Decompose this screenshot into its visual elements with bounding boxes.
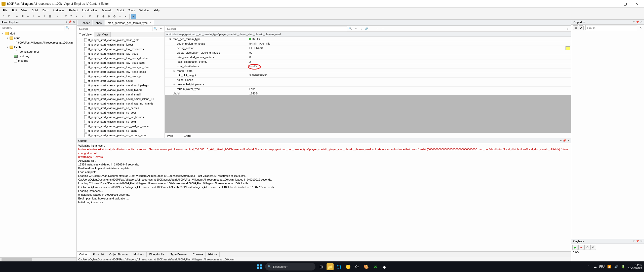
output-close-icon[interactable]: ✕ bbox=[567, 139, 570, 142]
attr-tool-2-icon[interactable]: ↘ bbox=[359, 26, 364, 31]
playback-pin-icon[interactable]: 📌 bbox=[636, 240, 639, 243]
maximize-button[interactable]: ▢ bbox=[619, 0, 631, 8]
file-explorer-icon[interactable]: 📁 bbox=[327, 263, 334, 270]
align-center-icon[interactable]: ≣ bbox=[20, 14, 25, 19]
breadcrumb[interactable]: attributes\map_gen\map_gen_terrain_type\… bbox=[165, 32, 571, 37]
tray-chevron-icon[interactable]: ˄ bbox=[586, 264, 590, 269]
xbox-icon[interactable]: ✖ bbox=[372, 263, 379, 270]
align-right-icon[interactable]: ≡ bbox=[25, 14, 30, 19]
align-bottom-icon[interactable]: ⊥ bbox=[42, 14, 47, 19]
tab-list-view[interactable]: List View bbox=[94, 32, 111, 37]
output-body[interactable]: Validating instances...Instance instance… bbox=[77, 143, 571, 251]
bottom-tab-output[interactable]: Output bbox=[77, 252, 90, 257]
playback-dropdown-icon[interactable]: ▾ bbox=[633, 240, 635, 243]
file-list[interactable]: tt_player_start_classic_plains_close_gol… bbox=[77, 37, 165, 138]
bottom-tab-console[interactable]: Console bbox=[190, 252, 206, 257]
attribute-grid[interactable]: ▣map_gen_terrain_typeIN USEaudio_region_… bbox=[165, 37, 571, 95]
tree-item[interactable]: mod.rdo bbox=[1, 58, 76, 63]
task-view-icon[interactable]: ⊞ bbox=[317, 263, 325, 270]
tree-item[interactable]: 600P,Fast Villagers,All resources at 100… bbox=[1, 40, 76, 45]
attr-row[interactable]: audio_region_templateterrain_type_hills bbox=[165, 41, 571, 46]
tab-tree-view[interactable]: Tree View bbox=[77, 32, 94, 37]
list-search-icon[interactable]: 🔍 bbox=[153, 26, 158, 31]
menu-script[interactable]: Script bbox=[115, 8, 126, 12]
output-pin-icon[interactable]: 📌 bbox=[563, 139, 566, 142]
properties-dropdown-icon[interactable]: ▾ bbox=[633, 20, 635, 24]
close-button[interactable]: ✕ bbox=[631, 0, 642, 8]
chrome-icon[interactable]: 🟡 bbox=[345, 263, 352, 270]
list-item[interactable]: tt_player_start_classic_plains_no_tertia… bbox=[77, 133, 164, 138]
tree-item[interactable]: _default.burnproj bbox=[1, 49, 76, 54]
edge-icon[interactable]: 🌐 bbox=[336, 263, 343, 270]
bottom-tab-history[interactable]: History bbox=[206, 252, 220, 257]
list-item[interactable]: tt_player_start_classic_plains_no_deer bbox=[77, 110, 164, 115]
list-item[interactable]: tt_player_start_classic_plains_low_trees… bbox=[77, 65, 164, 70]
list-item[interactable]: tt_player_start_classic_plains_naval_war… bbox=[77, 101, 164, 106]
list-item[interactable]: tt_player_start_classic_plains_no_stone bbox=[77, 128, 164, 133]
attr-row[interactable]: terrain_water_typeLand bbox=[165, 87, 571, 91]
list-item[interactable]: tt_player_start_classic_plains_low_trees… bbox=[77, 56, 164, 60]
doc-tab[interactable]: ebps bbox=[93, 20, 104, 25]
taskbar-search[interactable]: 🔍 Rechercher bbox=[265, 263, 315, 270]
asset-tree[interactable]: ▾Mod▾attrib600P,Fast Villagers,All resou… bbox=[0, 31, 76, 257]
misc-tool-4-icon[interactable]: ◓ bbox=[112, 14, 117, 19]
align-top-icon[interactable]: ⊤ bbox=[31, 14, 36, 19]
doc-tab[interactable]: map_gen\map_gen_terrain_type✕ bbox=[105, 20, 154, 25]
list-search-input[interactable] bbox=[78, 26, 152, 31]
list-item[interactable]: tt_player_start_classic_plains_close_gol… bbox=[77, 38, 164, 42]
menu-tools[interactable]: Tools bbox=[126, 8, 137, 12]
menu-edit[interactable]: Edit bbox=[10, 8, 19, 12]
tray-onedrive-icon[interactable]: ☁ bbox=[593, 264, 597, 269]
tray-lang[interactable]: FRA bbox=[600, 264, 605, 269]
tool-cursor-icon[interactable]: ↖ bbox=[1, 14, 6, 19]
menu-reflect[interactable]: Reflect bbox=[67, 8, 80, 12]
highlighted-tool-icon[interactable]: ▸ bbox=[131, 14, 136, 19]
redo-history-icon[interactable]: ▾ bbox=[80, 14, 85, 19]
undo-history-icon[interactable]: ▾ bbox=[74, 14, 79, 19]
asset-tree-scrollbar[interactable] bbox=[0, 257, 76, 261]
properties-clear-icon[interactable]: ✕ bbox=[638, 25, 643, 30]
tray-wifi-icon[interactable]: 📶 bbox=[607, 264, 612, 269]
list-item[interactable]: tt_player_start_classic_plains_low_trees… bbox=[77, 70, 164, 74]
menu-localization[interactable]: Localization bbox=[80, 8, 99, 12]
paint-icon[interactable]: 🎨 bbox=[363, 263, 370, 270]
attr-row[interactable]: local_distributions<null> bbox=[165, 64, 571, 69]
tree-item[interactable]: ▾locdb bbox=[1, 45, 76, 49]
misc-tool-5-icon[interactable]: ○ bbox=[117, 14, 123, 19]
panel-pin-icon[interactable]: 📌 bbox=[68, 20, 72, 24]
bottom-tab-minimap[interactable]: Minimap bbox=[131, 252, 147, 257]
tray-volume-icon[interactable]: 🔊 bbox=[614, 264, 619, 269]
play-button[interactable]: ▶ bbox=[572, 245, 578, 250]
misc-tool-2-icon[interactable]: ◑ bbox=[101, 14, 106, 19]
panel-close-icon[interactable]: ✕ bbox=[73, 20, 75, 24]
list-item[interactable]: tt_player_start_classic_plains_low_trees… bbox=[77, 60, 164, 65]
list-search-options-icon[interactable]: ▾ bbox=[158, 26, 164, 31]
properties-search-input[interactable] bbox=[585, 25, 637, 30]
attr-search-input[interactable] bbox=[166, 26, 347, 31]
list-item[interactable]: tt_player_start_classic_plains_low_resou… bbox=[77, 47, 164, 51]
tree-item[interactable]: mod.png bbox=[1, 54, 76, 58]
grid-icon[interactable]: ▦ bbox=[48, 14, 53, 19]
attr-nav-back-icon[interactable]: ← bbox=[375, 26, 380, 31]
menu-scenario[interactable]: Scenario bbox=[99, 8, 114, 12]
list-item[interactable]: tt_player_start_classic_plains_low_trees… bbox=[77, 74, 164, 79]
attr-menu-icon[interactable]: ≡ bbox=[565, 26, 570, 31]
misc-tool-3-icon[interactable]: ◒ bbox=[106, 14, 111, 19]
tray-datetime[interactable]: 14:56 18/06/2023 bbox=[628, 263, 642, 270]
attr-tool-1-icon[interactable]: ↗ bbox=[353, 26, 358, 31]
playback-close-icon[interactable]: ✕ bbox=[640, 240, 642, 243]
align-left-icon[interactable]: ≡ bbox=[14, 14, 19, 19]
list-item[interactable]: tt_player_start_classic_plains_no_gold_n… bbox=[77, 124, 164, 128]
menu-help[interactable]: Help bbox=[152, 8, 162, 12]
attr-search-icon[interactable]: 🔍 bbox=[348, 26, 353, 31]
attr-row[interactable]: local_distribution_priority2 bbox=[165, 59, 571, 64]
loop-button[interactable]: ⟳ bbox=[590, 245, 596, 250]
undo-icon[interactable]: ↶ bbox=[63, 14, 68, 19]
list-item[interactable]: tt_player_start_classic_plains_low_trees bbox=[77, 51, 164, 56]
attr-row[interactable]: min_cliff_height3,402823E+38 bbox=[165, 73, 571, 78]
windows-taskbar[interactable]: 🔍 Rechercher ⊞ 📁 🌐 🟡 🛍 🎨 ✖ ◆ ˄ ☁ FRA 📶 🔊… bbox=[0, 261, 644, 272]
refresh-icon[interactable]: ⟳ bbox=[88, 14, 93, 19]
attr-row[interactable]: ⊞terrain_height_params bbox=[165, 82, 571, 87]
attr-link-icon[interactable]: 🔗 bbox=[364, 26, 369, 31]
tree-item[interactable]: ▾Mod bbox=[1, 31, 76, 36]
